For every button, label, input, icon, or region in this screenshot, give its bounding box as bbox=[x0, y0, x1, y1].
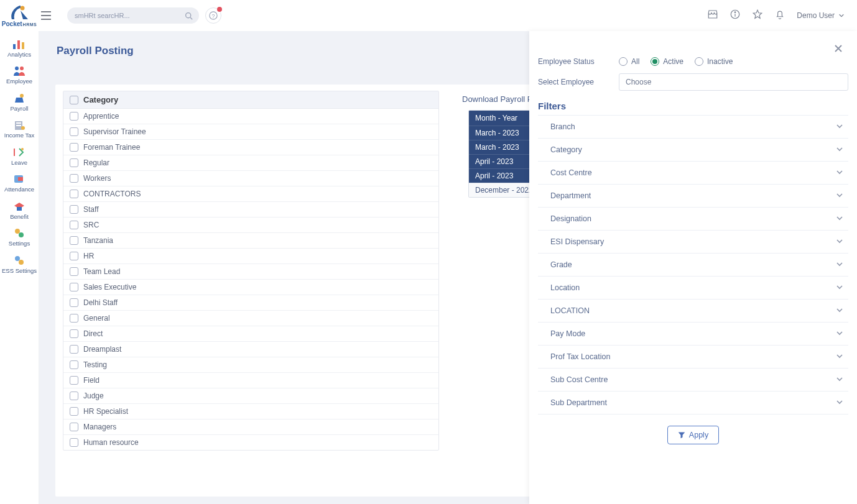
category-row: Regular bbox=[63, 155, 438, 171]
category-checkbox[interactable] bbox=[70, 127, 78, 136]
category-checkbox[interactable] bbox=[70, 376, 78, 385]
nav-payroll[interactable]: Payroll bbox=[0, 89, 39, 116]
close-button[interactable] bbox=[833, 44, 843, 56]
category-checkbox[interactable] bbox=[70, 298, 78, 307]
svg-rect-17 bbox=[16, 125, 21, 126]
category-checkbox[interactable] bbox=[70, 205, 78, 214]
filter-group-toggle[interactable]: Sub Department bbox=[538, 392, 848, 414]
star-icon[interactable] bbox=[752, 9, 763, 22]
category-checkbox[interactable] bbox=[70, 314, 78, 323]
filter-group-title: Cost Centre bbox=[550, 168, 592, 177]
search-input[interactable] bbox=[75, 12, 180, 19]
user-menu[interactable]: Demo User bbox=[797, 11, 845, 20]
filter-group: Branch bbox=[538, 116, 848, 139]
logo-icon bbox=[7, 4, 32, 21]
filter-group: Prof Tax Location bbox=[538, 346, 848, 369]
filters-accordion: BranchCategoryCost CentreDepartmentDesig… bbox=[538, 115, 848, 415]
filter-group-title: ESI Dispensary bbox=[550, 237, 604, 246]
nav-attendance[interactable]: Attendance bbox=[0, 170, 39, 196]
filter-group-toggle[interactable]: Pay Mode bbox=[538, 323, 848, 345]
chevron-down-icon bbox=[838, 12, 845, 19]
store-icon[interactable] bbox=[707, 9, 718, 22]
category-checkbox[interactable] bbox=[70, 438, 78, 447]
category-checkbox[interactable] bbox=[70, 174, 78, 183]
radio-all-label: All bbox=[631, 57, 639, 66]
select-employee-dropdown[interactable]: Choose bbox=[619, 73, 848, 91]
filter-group-toggle[interactable]: Prof Tax Location bbox=[538, 346, 848, 368]
category-checkbox[interactable] bbox=[70, 190, 78, 198]
category-checkbox[interactable] bbox=[70, 221, 78, 229]
filters-title: Filters bbox=[538, 101, 848, 111]
filter-group-toggle[interactable]: LOCATION bbox=[538, 300, 848, 322]
svg-rect-22 bbox=[17, 207, 22, 211]
analytics-icon bbox=[12, 39, 27, 50]
category-row: Human resource bbox=[63, 435, 438, 450]
radio-inactive[interactable]: Inactive bbox=[695, 57, 733, 66]
filter-group-toggle[interactable]: ESI Dispensary bbox=[538, 231, 848, 253]
nav-benefit[interactable]: Benefit bbox=[0, 197, 39, 224]
filter-group-toggle[interactable]: Cost Centre bbox=[538, 162, 848, 184]
category-checkbox[interactable] bbox=[70, 236, 78, 245]
filter-group-toggle[interactable]: Branch bbox=[538, 116, 848, 138]
filter-group-toggle[interactable]: Department bbox=[538, 185, 848, 207]
category-checkbox[interactable] bbox=[70, 267, 78, 276]
nav-leave[interactable]: Leave bbox=[0, 143, 39, 170]
filter-group-title: Location bbox=[550, 283, 580, 292]
nav-employee[interactable]: Employee bbox=[0, 62, 39, 88]
left-sidebar: Analytics Employee Payroll Income Tax Le… bbox=[0, 31, 39, 504]
svg-point-19 bbox=[21, 148, 24, 150]
apply-button[interactable]: Apply bbox=[667, 426, 719, 444]
category-label: Managers bbox=[83, 423, 116, 431]
svg-rect-9 bbox=[13, 44, 16, 49]
category-checkbox[interactable] bbox=[70, 112, 78, 121]
category-row: Testing bbox=[63, 357, 438, 373]
category-checkbox[interactable] bbox=[70, 252, 78, 260]
category-label: Testing bbox=[83, 360, 107, 369]
radio-active-label: Active bbox=[663, 57, 683, 66]
help-button[interactable]: ? bbox=[205, 7, 221, 24]
filter-group: Pay Mode bbox=[538, 323, 848, 346]
info-icon[interactable] bbox=[730, 9, 741, 22]
svg-point-25 bbox=[15, 256, 20, 261]
filter-group-title: Sub Department bbox=[550, 398, 607, 407]
nav-income-tax[interactable]: Income Tax bbox=[0, 116, 39, 142]
bell-icon[interactable] bbox=[774, 9, 785, 22]
radio-all[interactable]: All bbox=[619, 57, 639, 66]
category-checkbox[interactable] bbox=[70, 392, 78, 400]
category-header: Category bbox=[63, 91, 438, 109]
svg-point-12 bbox=[15, 66, 19, 70]
nav-settings[interactable]: Settings bbox=[0, 224, 39, 250]
filter-group-toggle[interactable]: Designation bbox=[538, 208, 848, 230]
category-row: Apprentice bbox=[63, 109, 438, 124]
category-checkbox[interactable] bbox=[70, 143, 78, 152]
category-checkbox[interactable] bbox=[70, 158, 78, 167]
category-checkbox[interactable] bbox=[70, 283, 78, 291]
radio-active[interactable]: Active bbox=[651, 57, 683, 66]
category-checkbox[interactable] bbox=[70, 345, 78, 354]
category-row: Supervisor Trainee bbox=[63, 124, 438, 140]
category-label: Sales Executive bbox=[83, 283, 136, 291]
category-checkbox[interactable] bbox=[70, 407, 78, 416]
filter-group-toggle[interactable]: Sub Cost Centre bbox=[538, 369, 848, 391]
category-select-all-checkbox[interactable] bbox=[70, 96, 78, 104]
category-checkbox[interactable] bbox=[70, 360, 78, 369]
svg-point-7 bbox=[735, 12, 736, 13]
chevron-down-icon bbox=[836, 121, 843, 132]
global-search[interactable] bbox=[67, 7, 199, 24]
filter-group-toggle[interactable]: Category bbox=[538, 139, 848, 161]
menu-toggle-button[interactable] bbox=[37, 7, 55, 24]
nav-ess-settings[interactable]: ESS Settings bbox=[0, 251, 39, 278]
filter-group-toggle[interactable]: Grade bbox=[538, 254, 848, 276]
category-checkbox[interactable] bbox=[70, 329, 78, 338]
chevron-down-icon bbox=[836, 213, 843, 224]
svg-point-26 bbox=[19, 260, 24, 265]
category-label: Tanzania bbox=[83, 236, 113, 245]
filter-group-toggle[interactable]: Location bbox=[538, 277, 848, 299]
search-icon bbox=[185, 11, 193, 22]
filter-group: Grade bbox=[538, 254, 848, 277]
filter-group: Department bbox=[538, 185, 848, 208]
category-row: Tanzania bbox=[63, 233, 438, 249]
nav-analytics[interactable]: Analytics bbox=[0, 35, 39, 62]
radio-inactive-label: Inactive bbox=[707, 57, 733, 66]
category-checkbox[interactable] bbox=[70, 423, 78, 431]
